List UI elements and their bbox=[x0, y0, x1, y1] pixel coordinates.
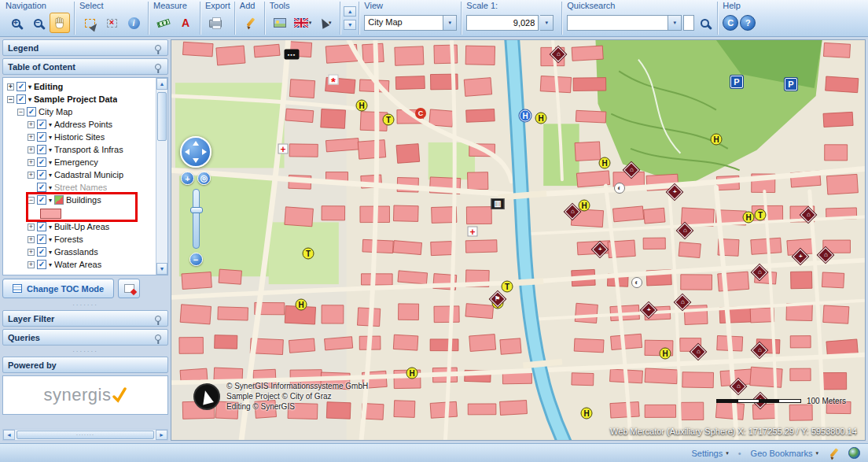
expand-icon[interactable]: + bbox=[28, 146, 35, 153]
globe-icon[interactable] bbox=[848, 447, 860, 459]
layer-checkbox[interactable]: ✓ bbox=[37, 170, 46, 179]
toc-item-editing[interactable]: +✓▾Editing bbox=[4, 80, 156, 93]
pin-icon[interactable] bbox=[155, 45, 161, 51]
layer-menu-caret-icon[interactable]: ▾ bbox=[49, 236, 52, 243]
h-yellow-marker[interactable]: H bbox=[535, 113, 547, 124]
layer-checkbox[interactable]: ✓ bbox=[37, 260, 46, 269]
h-yellow-marker[interactable]: H bbox=[711, 134, 723, 146]
expand-icon[interactable]: + bbox=[28, 121, 35, 128]
scrollbar-thumb[interactable] bbox=[157, 92, 167, 141]
h-yellow-marker[interactable]: H bbox=[356, 100, 368, 112]
panel-splitter[interactable]: ······· bbox=[2, 348, 168, 354]
pan-button[interactable] bbox=[50, 13, 70, 33]
pointer-tools-button[interactable]: ▾ bbox=[315, 13, 336, 33]
layer-menu-caret-icon[interactable]: ▾ bbox=[49, 261, 52, 268]
museum-marker[interactable]: ▥ bbox=[491, 198, 505, 209]
pin-icon[interactable] bbox=[155, 316, 161, 322]
help-button[interactable]: ? bbox=[740, 15, 756, 31]
h-yellow-marker[interactable]: H bbox=[660, 348, 671, 360]
expand-icon[interactable]: + bbox=[28, 261, 35, 268]
clear-selection-button[interactable]: × bbox=[101, 13, 122, 33]
h-yellow-marker[interactable]: H bbox=[743, 212, 755, 224]
zoom-in-button[interactable]: + bbox=[6, 13, 26, 33]
layer-checkbox[interactable]: ✓ bbox=[17, 94, 26, 104]
scrollbar-thumb[interactable]: ······· bbox=[17, 431, 154, 439]
zoom-slider-thumb[interactable] bbox=[190, 207, 203, 213]
diamond-marker[interactable]: ⌂ bbox=[752, 342, 767, 358]
diamond-marker[interactable]: ⌂ bbox=[677, 223, 693, 238]
toc-item-cadastral-municip[interactable]: +✓▾Cadastral Municip bbox=[4, 168, 156, 181]
h-yellow-marker[interactable]: H bbox=[579, 200, 590, 212]
h-blue-marker[interactable]: H bbox=[520, 110, 531, 122]
quicksearch-input[interactable] bbox=[683, 15, 694, 31]
layer-checkbox[interactable]: ✓ bbox=[37, 145, 46, 154]
toc-item-sample-project-data[interactable]: −✓▾Sample Project Data bbox=[4, 93, 156, 105]
scrollbar-track[interactable] bbox=[156, 90, 167, 263]
edit-pencil-icon[interactable] bbox=[828, 448, 839, 459]
measure-button[interactable] bbox=[153, 13, 174, 33]
star-marker[interactable]: * bbox=[329, 75, 339, 85]
toolbar-collapse-down-button[interactable]: ▼ bbox=[344, 20, 356, 30]
diamond-marker[interactable]: ⌂ bbox=[623, 162, 639, 178]
toc-item-transport-infras[interactable]: +✓▾Transport & Infras bbox=[4, 143, 156, 156]
t-yellow-marker[interactable]: T bbox=[383, 114, 395, 126]
pin-icon[interactable] bbox=[155, 64, 161, 70]
p-blue-marker[interactable]: P bbox=[785, 78, 797, 91]
layer-checkbox[interactable]: ✓ bbox=[17, 82, 26, 91]
collapse-icon[interactable]: − bbox=[28, 197, 35, 204]
layer-checkbox[interactable]: ✓ bbox=[37, 195, 46, 205]
map-zoom-in-button[interactable]: + bbox=[181, 172, 194, 185]
settings-menu[interactable]: Settings ▾ bbox=[691, 449, 728, 458]
diamond-marker[interactable]: + bbox=[641, 302, 657, 318]
layer-checkbox[interactable]: ✓ bbox=[37, 235, 46, 244]
legend-panel-header[interactable]: Legend bbox=[2, 39, 168, 56]
toc-item-built-up-areas[interactable]: +✓▾Built-Up Areas bbox=[4, 220, 156, 233]
sign-marker[interactable]: ◐ bbox=[631, 277, 642, 288]
screenshot-button[interactable] bbox=[270, 13, 290, 33]
scroll-up-icon[interactable]: ▲ bbox=[156, 78, 167, 90]
layer-checkbox[interactable]: ✓ bbox=[37, 247, 46, 257]
h-yellow-marker[interactable]: H bbox=[599, 157, 611, 169]
layer-menu-caret-icon[interactable]: ▾ bbox=[49, 249, 52, 256]
diamond-marker[interactable]: + bbox=[592, 242, 608, 257]
p-blue-marker[interactable]: P bbox=[730, 76, 743, 88]
layer-filter-panel-header[interactable]: Layer Filter bbox=[2, 310, 168, 327]
t-yellow-marker[interactable]: T bbox=[303, 248, 314, 260]
layer-menu-caret-icon[interactable]: ▾ bbox=[49, 184, 52, 191]
sign-marker[interactable]: ◐ bbox=[614, 183, 625, 194]
layer-menu-caret-icon[interactable]: ▾ bbox=[49, 134, 52, 141]
panel-splitter[interactable]: ······· bbox=[2, 301, 168, 308]
layer-menu-caret-icon[interactable]: ▾ bbox=[28, 83, 31, 91]
add-text-button[interactable]: A bbox=[175, 13, 196, 33]
view-select[interactable]: City Map ▾ bbox=[364, 15, 457, 31]
toc-item-buildings[interactable]: −✓▾Buildings bbox=[4, 194, 156, 206]
chevron-down-icon[interactable]: ▾ bbox=[443, 16, 456, 30]
change-toc-mode-button[interactable]: Change TOC Mode bbox=[2, 279, 114, 298]
expand-icon[interactable] bbox=[28, 184, 35, 191]
diamond-marker[interactable]: ⌂ bbox=[550, 46, 566, 62]
context-help-button[interactable]: C bbox=[723, 15, 738, 31]
identify-button[interactable]: i bbox=[123, 13, 144, 33]
cross-red-marker[interactable]: + bbox=[468, 227, 478, 237]
toc-item-emergency[interactable]: +✓▾Emergency bbox=[4, 156, 156, 168]
diamond-marker[interactable]: ⌂ bbox=[690, 344, 706, 360]
cross-red-marker[interactable]: + bbox=[278, 144, 289, 154]
h-yellow-marker[interactable]: H bbox=[296, 299, 307, 311]
layer-checkbox[interactable]: ✓ bbox=[37, 183, 46, 192]
pin-icon[interactable] bbox=[155, 334, 161, 341]
toc-item-address-points[interactable]: +✓▾Address Points bbox=[4, 118, 156, 131]
diamond-marker[interactable]: + bbox=[793, 249, 808, 264]
expand-icon[interactable]: + bbox=[28, 236, 35, 243]
scroll-right-icon[interactable]: ► bbox=[156, 430, 167, 440]
queries-panel-header[interactable]: Queries bbox=[2, 329, 168, 346]
expand-icon[interactable]: + bbox=[28, 224, 35, 231]
diamond-marker[interactable]: + bbox=[667, 184, 682, 200]
search-button[interactable] bbox=[696, 14, 713, 31]
toc-item-historic-sites[interactable]: +✓▾Historic Sites bbox=[4, 131, 156, 143]
expand-icon[interactable]: + bbox=[28, 159, 35, 166]
expand-icon[interactable]: + bbox=[28, 134, 35, 141]
geo-bookmarks-menu[interactable]: Geo Bookmarks ▾ bbox=[751, 449, 818, 458]
c-red-marker[interactable]: C bbox=[415, 108, 426, 119]
scale-input[interactable] bbox=[466, 15, 539, 31]
toc-export-button[interactable] bbox=[118, 279, 140, 298]
